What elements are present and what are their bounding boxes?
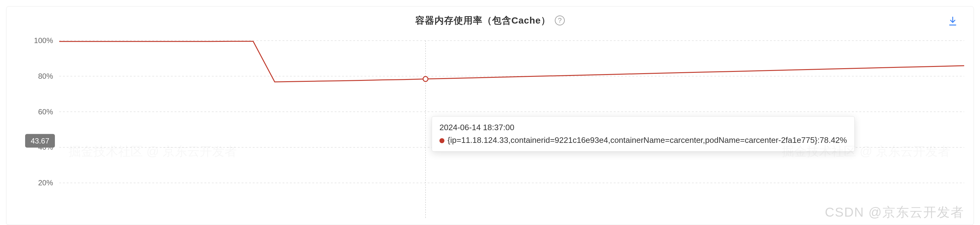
- svg-text:80%: 80%: [38, 72, 53, 80]
- chart-header: 容器内存使用率（包含Cache） ?: [6, 6, 974, 35]
- chart-plot[interactable]: 20%40%60%80%100%43.67 2024-06-14 18:37:0…: [6, 35, 974, 225]
- tooltip-timestamp: 2024-06-14 18:37:00: [439, 123, 847, 132]
- tooltip-series-row: {ip=11.18.124.33,containerid=9221c16e93e…: [439, 135, 847, 145]
- svg-text:43.67: 43.67: [31, 137, 49, 145]
- svg-text:20%: 20%: [38, 179, 53, 187]
- help-icon[interactable]: ?: [555, 16, 565, 25]
- download-icon[interactable]: [947, 16, 958, 26]
- chart-card: 容器内存使用率（包含Cache） ? 20%40%60%80%100%43.67…: [6, 6, 974, 225]
- svg-text:60%: 60%: [38, 108, 53, 116]
- series-color-dot: [439, 138, 444, 143]
- tooltip-series-text: {ip=11.18.124.33,containerid=9221c16e93e…: [447, 135, 847, 145]
- chart-title: 容器内存使用率（包含Cache）: [415, 14, 550, 27]
- svg-text:100%: 100%: [34, 36, 53, 44]
- chart-tooltip: 2024-06-14 18:37:00 {ip=11.18.124.33,con…: [432, 116, 855, 152]
- svg-point-13: [423, 76, 428, 81]
